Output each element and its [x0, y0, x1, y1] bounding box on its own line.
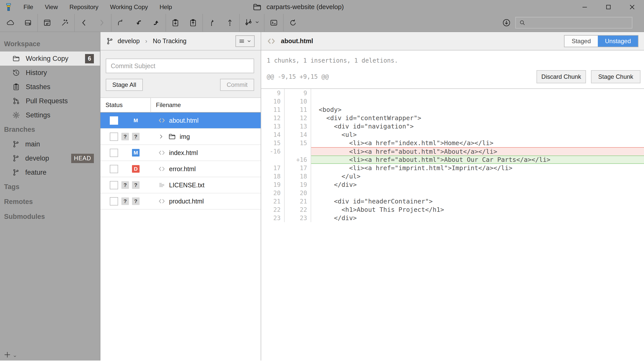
fetch-button[interactable]	[112, 15, 130, 31]
merge-button[interactable]	[203, 15, 221, 31]
file-row-product.html[interactable]: ??product.html	[100, 193, 261, 210]
minimize-button[interactable]	[573, 0, 597, 14]
tracking-status[interactable]: No Tracking	[153, 37, 186, 45]
sidebar-item-history[interactable]: History	[0, 66, 100, 80]
menu-help[interactable]: Help	[154, 0, 178, 14]
file-row-LICENSE.txt[interactable]: ??LICENSE.txt	[100, 177, 261, 193]
diff-line-19[interactable]: 1919 </div>	[261, 180, 644, 189]
status-badge-untracked: ?	[121, 197, 129, 205]
diff-line-20[interactable]: 2020	[261, 189, 644, 197]
commit-subject-input[interactable]	[106, 59, 254, 73]
rebase-button[interactable]	[221, 15, 239, 31]
branches-dropdown-button[interactable]	[240, 15, 263, 31]
diff-line-9[interactable]: 99	[261, 89, 644, 97]
search-input[interactable]	[528, 19, 629, 26]
commit-options-button[interactable]	[235, 35, 255, 47]
local-repo-button[interactable]	[19, 15, 37, 31]
sidebar-item-main[interactable]: main	[0, 137, 100, 151]
diff-line-11[interactable]: 1111<body>	[261, 106, 644, 114]
commit-button[interactable]: Commit	[220, 79, 254, 91]
current-branch[interactable]: develop	[118, 37, 140, 45]
tab-staged[interactable]: Staged	[565, 36, 598, 47]
diff-code-text: <li><a href="imprint.html">Imprint</a></…	[311, 164, 644, 172]
filename-cell: product.html	[158, 197, 204, 205]
file-row-index.html[interactable]: Mindex.html	[100, 145, 261, 161]
file-row-about.html[interactable]: Mabout.html	[100, 113, 261, 129]
discard-chunk-button[interactable]: Discard Chunk	[536, 70, 586, 83]
old-line-number: 13	[261, 122, 285, 131]
diff-line-15[interactable]: 1515 <li><a href="index.html">Home</a></…	[261, 139, 644, 147]
sidebar-item-pull-requests[interactable]: Pull Requests	[0, 94, 100, 108]
tab-unstaged[interactable]: Unstaged	[598, 36, 638, 47]
sidebar-item-working-copy[interactable]: Working Copy6	[0, 51, 100, 66]
stash-pop-button[interactable]	[184, 15, 202, 31]
new-line-number: 9	[285, 89, 311, 97]
maximize-button[interactable]	[597, 0, 620, 14]
sidebar-item-develop[interactable]: developHEAD	[0, 151, 100, 165]
diff-line-12[interactable]: 1212 <div id="contentWrapper">	[261, 114, 644, 122]
pull-request-icon	[12, 97, 20, 105]
diff-line-18[interactable]: 1818 </ul>	[261, 172, 644, 180]
diff-line-10[interactable]: 1010	[261, 97, 644, 106]
toolbar-separator	[202, 14, 203, 32]
old-line-number: 14	[261, 131, 285, 139]
diff-line-21[interactable]: 2121 <div id="headerContainer">	[261, 197, 644, 205]
file-row-img[interactable]: ??img	[100, 129, 261, 145]
download-updates-button[interactable]	[498, 15, 515, 31]
diff-line-13[interactable]: 1313 <div id="navigation">	[261, 122, 644, 131]
stage-chunk-button[interactable]: Stage Chunk	[591, 70, 640, 83]
status-badge-d: D	[132, 165, 140, 173]
diff-line-+16[interactable]: +16 <li><a href="about.html">About Our C…	[261, 156, 644, 164]
file-row-error.html[interactable]: Derror.html	[100, 161, 261, 177]
diff-code-text: <li><a href="about.html">About Our Car P…	[311, 156, 644, 164]
open-repo-button[interactable]	[38, 15, 56, 31]
sidebar-section-submodules[interactable]: Submodules	[0, 209, 100, 224]
diff-line--16[interactable]: -16 <li><a href="about.html">About</a></…	[261, 147, 644, 156]
commit-actions: Stage All Commit	[106, 79, 254, 91]
stage-checkbox[interactable]	[110, 149, 118, 157]
sidebar-section-remotes[interactable]: Remotes	[0, 194, 100, 209]
new-line-number: 22	[285, 205, 311, 214]
close-button[interactable]	[620, 0, 644, 14]
stash-save-button[interactable]	[167, 15, 184, 31]
add-repository-button[interactable]	[4, 351, 17, 358]
diff-line-17[interactable]: 1717 <li><a href="imprint.html">Imprint<…	[261, 164, 644, 172]
sidebar-item-label: feature	[25, 169, 100, 176]
menu-file[interactable]: File	[18, 0, 39, 14]
column-header-filename[interactable]: Filename	[151, 101, 181, 109]
expand-chevron-icon[interactable]	[158, 134, 165, 140]
quick-launch-button[interactable]	[56, 15, 74, 31]
app-logo-icon	[4, 3, 13, 12]
menu-working-copy[interactable]: Working Copy	[104, 0, 154, 14]
stage-checkbox[interactable]	[110, 133, 118, 141]
diff-line-23[interactable]: 2323 </div>	[261, 214, 644, 222]
sidebar-section-branches: Branches	[0, 122, 100, 137]
stage-checkbox[interactable]	[110, 197, 118, 205]
sidebar-item-label: develop	[25, 154, 66, 162]
terminal-button[interactable]	[265, 15, 283, 31]
diff-line-14[interactable]: 1414 <ul>	[261, 131, 644, 139]
menu-repository[interactable]: Repository	[64, 0, 104, 14]
stage-all-button[interactable]: Stage All	[106, 79, 143, 91]
diff-table: 9910101111<body>1212 <div id="contentWra…	[261, 88, 644, 222]
stage-checkbox[interactable]	[110, 165, 118, 173]
diff-line-22[interactable]: 2222 <h1>About This Project</h1>	[261, 205, 644, 214]
forward-button[interactable]	[93, 15, 111, 31]
back-button[interactable]	[75, 15, 93, 31]
sidebar-item-stashes[interactable]: Stashes	[0, 80, 100, 94]
sidebar-item-settings[interactable]: Settings	[0, 108, 100, 122]
pull-button[interactable]	[130, 15, 147, 31]
push-button[interactable]	[147, 15, 165, 31]
refresh-button[interactable]	[284, 15, 302, 31]
column-header-status[interactable]: Status	[100, 101, 150, 109]
sidebar-item-feature[interactable]: feature	[0, 165, 100, 179]
stage-checkbox[interactable]	[110, 116, 118, 125]
sidebar-item-label: Stashes	[26, 83, 100, 91]
menu-view[interactable]: View	[39, 0, 64, 14]
diff-code-text	[311, 89, 644, 97]
new-line-number: 15	[285, 139, 311, 147]
stage-checkbox[interactable]	[110, 181, 118, 189]
new-line-number: 21	[285, 197, 311, 205]
sidebar-section-tags[interactable]: Tags	[0, 179, 100, 194]
clone-cloud-button[interactable]	[2, 15, 19, 31]
